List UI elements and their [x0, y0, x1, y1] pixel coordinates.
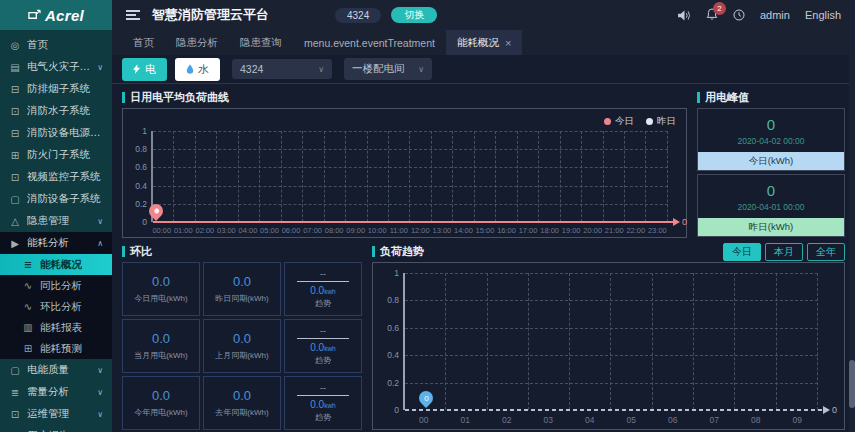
tab[interactable]: menu.event.eventTreatment	[293, 30, 446, 55]
menu-collapse-icon[interactable]	[126, 10, 140, 20]
y-tick-label: 0.2	[387, 378, 399, 388]
sidebar-item-energy-analysis[interactable]: ▶ 能耗分析 ∧	[0, 232, 112, 254]
trend-label: 趋势	[315, 412, 331, 423]
sidebar-item-hazard-management[interactable]: △ 隐患管理 ∨	[0, 210, 112, 232]
vertical-gridline	[217, 131, 238, 222]
sidebar-item-label: 视频监控子系统	[27, 170, 101, 184]
tab-bar: 首页隐患分析隐患查询menu.event.eventTreatment 能耗概况…	[112, 30, 855, 55]
device-select[interactable]: 4324 ∨	[232, 59, 332, 79]
top-row: 日用电平均负荷曲线 今日 昨日 10.80.60.40.20	[112, 84, 855, 240]
x-tick-label: 15:00	[474, 226, 496, 235]
vertical-gridline	[446, 273, 487, 410]
sidebar-item-user-report[interactable]: ◫ 用户报告	[0, 425, 112, 432]
video-monitoring-icon: ⊡	[9, 172, 21, 183]
scrollbar-thumb[interactable]	[849, 360, 855, 408]
peak-card-footer: 今日(kWh)	[698, 152, 844, 170]
stat-value: 0.0	[152, 388, 170, 403]
app-title: 智慧消防管理云平台	[152, 6, 269, 24]
sidebar-item-energy-forecast[interactable]: ⊞ 能耗预测	[0, 338, 112, 359]
sidebar-item-energy-report[interactable]: ▥ 能耗报表	[0, 317, 112, 338]
x-tick-label: 03	[528, 415, 570, 425]
peak-usage-title: 用电峰值	[697, 90, 845, 105]
sidebar-item-fire-door[interactable]: ⊞ 防火门子系统	[0, 144, 112, 166]
sidebar-item-label: 需量分析	[27, 385, 69, 399]
trend-placeholder: --	[320, 269, 326, 279]
peak-timestamp: 2020-04-02 00:00	[737, 136, 804, 146]
legend-item-yesterday[interactable]: 昨日	[646, 115, 676, 128]
vertical-gridline	[346, 131, 367, 222]
vertical-gridline	[653, 273, 694, 410]
axis-arrow-icon	[673, 218, 680, 226]
topbar-right: 2 admin English	[678, 8, 841, 22]
sidebar-item-fire-equipment[interactable]: ▢ 消防设备子系统	[0, 188, 112, 210]
speaker-icon[interactable]	[678, 10, 691, 21]
topbar-main: 智慧消防管理云平台 4324 切换 2 admin English	[112, 0, 855, 30]
electric-toggle-button[interactable]: 电	[122, 58, 167, 81]
x-tick-label: 13:00	[431, 226, 453, 235]
vertical-gridline	[260, 131, 281, 222]
sidebar: ◎ 首页 ▤ 电气火灾子系统 ∨ ⊟ 防排烟子系统 ⊡ 消防水子系统 ⊟ 消防设…	[0, 30, 112, 432]
x-tick-label: 09:00	[345, 226, 367, 235]
sidebar-item-fire-water[interactable]: ⊡ 消防水子系统	[0, 100, 112, 122]
title-accent-bar	[122, 92, 125, 103]
language-switcher[interactable]: English	[805, 9, 841, 21]
sidebar-item-smoke-control[interactable]: ⊟ 防排烟子系统	[0, 78, 112, 100]
load-trend-chart: 10.80.60.40.20 0 0 00010203040506070809	[372, 262, 845, 430]
username[interactable]: admin	[760, 9, 790, 21]
sidebar-item-energy-overview[interactable]: ≡ 能耗概况	[0, 254, 112, 275]
trend-placeholder: --	[320, 383, 326, 393]
fire-equipment-icon: ▢	[9, 194, 21, 205]
room-select[interactable]: 一楼配电间 ∨	[344, 58, 432, 80]
title-accent-bar	[372, 246, 375, 257]
demand-analysis-icon: ≣	[9, 387, 21, 398]
om-management-icon: ⊡	[9, 409, 21, 420]
page: { "colors": { "brand_teal": "#17696c", "…	[0, 0, 855, 432]
gridline	[153, 167, 668, 168]
x-tick-label: 07	[694, 415, 736, 425]
x-tick-label: 16:00	[496, 226, 518, 235]
water-toggle-button[interactable]: 水	[175, 58, 220, 81]
sidebar-item-video-monitoring[interactable]: ⊡ 视频监控子系统	[0, 166, 112, 188]
x-tick-label: 23:00	[647, 226, 669, 235]
sidebar-item-om-management[interactable]: ⊡ 运维管理 ∨	[0, 403, 112, 425]
stat-label: 当月用电(kWh)	[134, 350, 187, 361]
bottom-row: 环比 0.0 今日用电(kWh) 0.0 昨日同期(kWh) -- 0.0kwh…	[112, 240, 855, 432]
daily-load-chart: 今日 昨日 10.80.60.40.20	[122, 108, 687, 238]
trend-card-daily: -- 0.0kwh 趋势	[284, 262, 362, 316]
vertical-gridline	[777, 273, 818, 410]
peak-timestamp: 2020-04-01 00:00	[737, 202, 804, 212]
sidebar-item-yoy-analysis[interactable]: ∿ 同比分析	[0, 275, 112, 296]
y-tick-label: 1	[142, 126, 147, 136]
vertical-gridlines	[405, 273, 818, 410]
sidebar-item-fire-equipment-power[interactable]: ⊟ 消防设备电源子系统	[0, 122, 112, 144]
range-button-year[interactable]: 全年	[807, 243, 845, 261]
range-button-today[interactable]: 今日	[723, 243, 761, 261]
tab[interactable]: 隐患分析	[165, 30, 229, 55]
power-quality-icon: ▢	[9, 365, 21, 376]
y-tick-label: 0.2	[135, 199, 147, 209]
sidebar-item-electrical-fire[interactable]: ▤ 电气火灾子系统 ∨	[0, 56, 112, 78]
peak-card-body: 0 2020-04-02 00:00	[698, 109, 844, 152]
vertical-gridline	[410, 131, 431, 222]
tab[interactable]: 首页	[122, 30, 165, 55]
sidebar-item-demand-analysis[interactable]: ≣ 需量分析 ∨	[0, 381, 112, 403]
range-button-month[interactable]: 本月	[765, 243, 803, 261]
sidebar-item-home[interactable]: ◎ 首页	[0, 34, 112, 56]
sidebar-item-power-quality[interactable]: ▢ 电能质量 ∨	[0, 359, 112, 381]
tab-close-icon[interactable]: ×	[505, 37, 511, 49]
sidebar-item-mom-analysis[interactable]: ∿ 环比分析	[0, 296, 112, 317]
gridline	[405, 383, 818, 384]
peak-card-yesterday: 0 2020-04-01 00:00 昨日(kWh)	[697, 174, 845, 237]
clock-icon[interactable]	[733, 9, 745, 21]
switch-button[interactable]: 切换	[391, 7, 437, 23]
x-tick-label: 00	[403, 415, 445, 425]
vertical-gridline	[303, 131, 324, 222]
legend-item-today[interactable]: 今日	[604, 115, 634, 128]
notification-bell-icon[interactable]: 2	[706, 8, 718, 22]
tab[interactable]: 隐患查询	[229, 30, 293, 55]
legend-dot-yesterday	[646, 118, 653, 125]
stat-card-last-month-usage: 0.0 上月同期(kWh)	[203, 319, 281, 373]
tab-active-energy-overview[interactable]: 能耗概况 ×	[446, 30, 522, 55]
scrollbar-track[interactable]	[849, 30, 855, 432]
electrical-fire-icon: ▤	[9, 62, 21, 73]
